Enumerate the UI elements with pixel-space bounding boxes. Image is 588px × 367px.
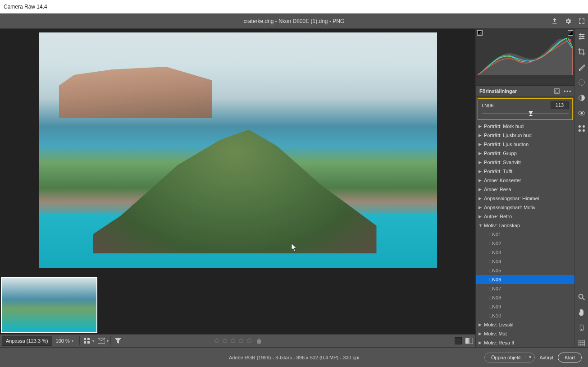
preset-group-row[interactable]: ▶Porträtt: Ljus hudton [476, 140, 574, 149]
slider-thumb-icon[interactable] [529, 111, 533, 116]
preset-group-row[interactable]: ▶Ämne: Resa [476, 185, 574, 194]
preset-group-label: Motiv: Livsstil [484, 322, 513, 327]
edit-sliders-icon[interactable] [578, 32, 586, 41]
grid-view-icon[interactable] [83, 337, 91, 344]
preset-group-label: Motiv: Landskap [484, 223, 520, 228]
star-icon[interactable] [230, 338, 236, 344]
crop-icon[interactable] [578, 48, 586, 56]
hand-tool-icon[interactable] [578, 308, 586, 317]
svg-rect-2 [84, 341, 86, 344]
panel-title: Förinställningar [479, 88, 517, 94]
chevron-down-icon[interactable]: ▾ [92, 339, 94, 343]
preset-group-row[interactable]: ▶Anpassningsbart: Motiv [476, 203, 574, 212]
disclosure-arrow-icon: ▶ [479, 187, 483, 192]
image-region [2, 278, 47, 296]
histogram-graph [478, 37, 573, 75]
zoom-tool-icon[interactable] [578, 293, 586, 301]
mail-icon[interactable] [98, 337, 105, 344]
disclosure-arrow-icon: ▼ [479, 223, 483, 228]
single-view-icon[interactable] [455, 337, 462, 344]
preset-group-label: Motiv: Mat [484, 331, 507, 336]
chevron-down-icon[interactable]: ▾ [107, 339, 109, 343]
star-icon[interactable] [246, 338, 252, 344]
star-icon[interactable] [238, 338, 244, 344]
highlight-clip-warning-icon[interactable] [568, 30, 573, 36]
bottom-toolbar: Anpassa (123.3 %) 100 % ▾ ▾ [0, 334, 475, 347]
preset-item-label: LN08 [489, 295, 501, 300]
filter-icon[interactable] [114, 337, 122, 344]
title-bar: Camera Raw 14.4 [0, 0, 588, 14]
preset-item-row[interactable]: LN09 [476, 302, 574, 311]
panel-menu-icon[interactable]: ••• [564, 88, 572, 94]
preset-item-row[interactable]: LN02 [476, 239, 574, 248]
viewport[interactable] [0, 29, 475, 273]
fit-zoom-button[interactable]: Anpassa (123.3 %) [2, 336, 52, 346]
svg-point-17 [583, 125, 585, 128]
radial-gradient-icon[interactable] [578, 78, 586, 87]
preset-amount-slider[interactable] [482, 113, 569, 114]
shadow-clip-warning-icon[interactable] [477, 30, 483, 36]
svg-point-18 [579, 129, 581, 132]
preset-item-row[interactable]: LN06 [476, 275, 574, 284]
sampler-tool-icon[interactable] [578, 324, 586, 332]
rating-stars [214, 338, 262, 344]
image-preview[interactable] [39, 32, 437, 268]
svg-point-11 [579, 69, 580, 71]
preset-group-row[interactable]: ▶Porträtt: Tufft [476, 167, 574, 176]
disclosure-arrow-icon: ▶ [479, 322, 483, 327]
grid-tool-icon[interactable] [578, 339, 586, 347]
preset-group-row[interactable]: ▶Porträtt: Grupp [476, 149, 574, 158]
preset-group-row[interactable]: ▶Motiv: Mat [476, 329, 574, 338]
disclosure-arrow-icon: ▶ [479, 331, 483, 336]
preset-item-row[interactable]: LN04 [476, 257, 574, 266]
panel-divider [476, 78, 574, 86]
preset-item-row[interactable]: LN03 [476, 248, 574, 257]
preset-item-row[interactable]: LN10 [476, 311, 574, 320]
preset-group-row[interactable]: ▶Porträtt: Ljusbrun hud [476, 131, 574, 140]
app-title: Camera Raw 14.4 [4, 4, 47, 10]
image-region [2, 296, 74, 327]
compare-view-icon[interactable] [465, 337, 473, 344]
preset-group-row[interactable]: ▶Anpassningsbar: Himmel [476, 194, 574, 203]
preset-list[interactable]: ▶Porträtt: Mörk hud▶Porträtt: Ljusbrun h… [476, 122, 574, 347]
fullscreen-icon[interactable] [578, 18, 585, 25]
done-button[interactable]: Klart [558, 353, 582, 362]
preset-group-row[interactable]: ▶Porträtt: Mörk hud [476, 122, 574, 131]
preset-group-row[interactable]: ▶Motiv: Resa II [476, 338, 574, 347]
healing-brush-icon[interactable] [578, 63, 586, 71]
footer-bar: Adobe RGB (1998) - 8-bitars - 896 x 502 … [0, 347, 588, 367]
cancel-button[interactable]: Avbryt [539, 355, 553, 360]
svg-point-8 [579, 34, 581, 36]
preset-group-row[interactable]: ▶Auto+: Retro [476, 212, 574, 221]
chevron-down-icon[interactable]: ▼ [525, 355, 532, 359]
star-icon[interactable] [214, 338, 220, 344]
preset-group-label: Porträtt: Tufft [484, 169, 512, 174]
preset-group-row[interactable]: ▶Motiv: Livsstil [476, 320, 574, 329]
svg-rect-5 [465, 338, 469, 344]
preset-amount-input[interactable]: 113 [551, 101, 569, 109]
gear-icon[interactable] [565, 18, 572, 25]
presets-panel-header: Förinställningar ••• [476, 86, 574, 96]
preset-item-row[interactable]: LN05 [476, 266, 574, 275]
output-profile-link[interactable]: Adobe RGB (1998) - 8-bitars - 896 x 502 … [229, 355, 359, 360]
trash-icon[interactable] [256, 338, 262, 344]
disclosure-arrow-icon: ▶ [479, 160, 483, 165]
preset-item-row[interactable]: LN07 [476, 284, 574, 293]
preset-group-row[interactable]: ▶Porträtt: Svartvitt [476, 158, 574, 167]
presets-grid-icon[interactable] [578, 124, 586, 133]
redeye-icon[interactable] [578, 109, 586, 117]
preset-group-row[interactable]: ▶Ämne: Konserter [476, 176, 574, 185]
filmstrip-thumbnail[interactable] [1, 277, 97, 333]
histogram[interactable] [476, 29, 574, 78]
mask-icon[interactable] [578, 94, 586, 102]
preset-item-row[interactable]: LN08 [476, 293, 574, 302]
svg-point-16 [579, 125, 581, 128]
preset-group-row[interactable]: ▼Motiv: Landskap [476, 221, 574, 230]
open-object-button[interactable]: Öppna objekt ▼ [484, 353, 535, 362]
zoom-level-select[interactable]: 100 % [54, 336, 77, 346]
new-preset-icon[interactable] [554, 88, 560, 94]
disclosure-arrow-icon: ▶ [479, 196, 483, 201]
share-export-icon[interactable] [551, 18, 558, 25]
star-icon[interactable] [222, 338, 228, 344]
preset-item-row[interactable]: LN01 [476, 230, 574, 239]
